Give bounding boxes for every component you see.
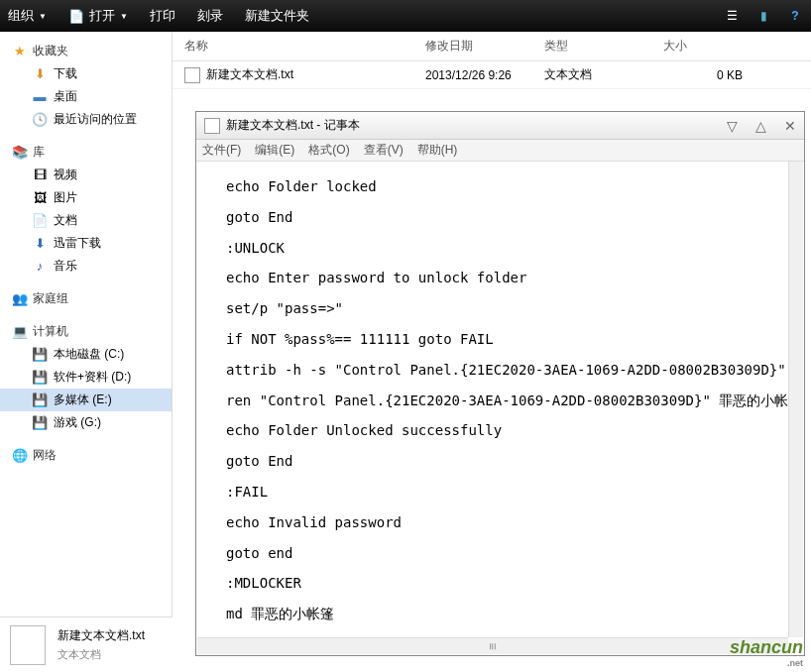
libraries-header[interactable]: 📚 库: [0, 141, 172, 164]
vertical-scrollbar[interactable]: [788, 162, 803, 637]
navigation-sidebar: ★ 收藏夹 ⬇ 下载 ▬ 桌面 🕓 最近访问的位置 📚 库 🎞: [0, 32, 173, 672]
xunlei-icon: ⬇: [32, 236, 48, 252]
file-name: 新建文本文档.txt: [206, 66, 293, 83]
download-icon: ⬇: [32, 66, 48, 82]
sidebar-item-pictures[interactable]: 🖼 图片: [0, 186, 172, 209]
menu-file[interactable]: 文件(F): [202, 142, 241, 159]
code-line: :FAIL: [226, 477, 784, 507]
menu-view[interactable]: 查看(V): [364, 142, 404, 159]
code-line: attrib -h -s "Control Panel.{21EC2020-3A…: [226, 355, 784, 386]
picture-icon: 🖼: [32, 190, 48, 206]
selected-file-name: 新建文本文档.txt: [58, 627, 145, 644]
column-headers: 名称 修改日期 类型 大小: [173, 32, 811, 61]
sidebar-item-drive-d[interactable]: 💾 软件+资料 (D:): [0, 366, 172, 389]
maximize-button[interactable]: △: [755, 118, 766, 134]
file-size: 0 KB: [663, 68, 762, 82]
code-line: set/p "pass=>": [226, 293, 784, 324]
code-line: echo Enter password to unlock folder: [226, 263, 784, 293]
sidebar-item-downloads[interactable]: ⬇ 下载: [0, 62, 172, 85]
help-icon[interactable]: ?: [787, 8, 803, 24]
preview-pane-icon[interactable]: ▮: [755, 8, 771, 24]
code-line: echo Folder locked: [226, 171, 784, 202]
network-header[interactable]: 🌐 网络: [0, 444, 172, 467]
homegroup-icon: 👥: [12, 291, 28, 307]
code-line: goto End: [226, 446, 784, 477]
favorites-header[interactable]: ★ 收藏夹: [0, 40, 172, 62]
watermark: shancun.net: [730, 637, 803, 668]
menu-edit[interactable]: 编辑(E): [255, 142, 294, 159]
chevron-down-icon: ▼: [120, 12, 128, 21]
music-icon: ♪: [32, 259, 48, 275]
open-button[interactable]: 📄 打开▼: [68, 7, 128, 25]
text-file-icon: [184, 67, 200, 83]
sidebar-item-videos[interactable]: 🎞 视频: [0, 164, 172, 186]
notepad-title: 新建文本文档.txt - 记事本: [226, 117, 360, 134]
explorer-toolbar: 组织▼ 📄 打开▼ 打印 刻录 新建文件夹 ☰ ▮ ?: [0, 0, 811, 32]
chevron-down-icon: ▼: [39, 12, 47, 21]
organize-button[interactable]: 组织▼: [8, 7, 47, 25]
notepad-app-icon: [204, 118, 220, 134]
sidebar-item-drive-e[interactable]: 💾 多媒体 (E:): [0, 389, 172, 411]
notepad-titlebar[interactable]: 新建文本文档.txt - 记事本 ▽ △ ✕: [196, 112, 804, 140]
drive-icon: 💾: [32, 347, 48, 363]
close-button[interactable]: ✕: [784, 118, 796, 134]
notepad-menubar: 文件(F) 编辑(E) 格式(O) 查看(V) 帮助(H): [196, 140, 804, 162]
code-line: :UNLOCK: [226, 233, 784, 264]
file-row[interactable]: 新建文本文档.txt 2013/12/26 9:26 文本文档 0 KB: [173, 61, 811, 89]
star-icon: ★: [12, 44, 28, 59]
drive-icon: 💾: [32, 415, 48, 431]
new-folder-button[interactable]: 新建文件夹: [245, 7, 309, 25]
sidebar-item-recent[interactable]: 🕓 最近访问的位置: [0, 108, 172, 131]
column-date[interactable]: 修改日期: [425, 38, 544, 55]
drive-icon: 💾: [32, 392, 48, 408]
code-line: if NOT %pass%== 111111 goto FAIL: [226, 324, 784, 355]
code-line: echo Invalid password: [226, 507, 784, 538]
network-icon: 🌐: [12, 448, 28, 464]
file-date: 2013/12/26 9:26: [425, 68, 544, 82]
horizontal-scrollbar[interactable]: [197, 637, 788, 654]
notepad-icon: 📄: [68, 8, 84, 24]
code-line: goto End: [226, 202, 784, 233]
file-type: 文本文档: [544, 66, 663, 83]
file-thumbnail-icon: [10, 625, 46, 665]
menu-help[interactable]: 帮助(H): [417, 142, 458, 159]
menu-format[interactable]: 格式(O): [308, 142, 349, 159]
notepad-text-area[interactable]: echo Folder locked goto End :UNLOCK echo…: [196, 162, 804, 655]
notepad-window: 新建文本文档.txt - 记事本 ▽ △ ✕ 文件(F) 编辑(E) 格式(O)…: [195, 111, 805, 656]
code-line: echo Folder Unlocked successfully: [226, 415, 784, 446]
sidebar-item-desktop[interactable]: ▬ 桌面: [0, 85, 172, 108]
recent-icon: 🕓: [32, 112, 48, 128]
code-line: goto end: [226, 538, 784, 569]
computer-header[interactable]: 💻 计算机: [0, 320, 172, 343]
column-size[interactable]: 大小: [663, 38, 762, 55]
column-type[interactable]: 类型: [544, 38, 663, 55]
selected-file-type: 文本文档: [58, 647, 145, 662]
document-icon: 📄: [32, 213, 48, 229]
library-icon: 📚: [12, 145, 28, 161]
sidebar-item-music[interactable]: ♪ 音乐: [0, 255, 172, 278]
sidebar-item-drive-c[interactable]: 💾 本地磁盘 (C:): [0, 343, 172, 366]
homegroup-header[interactable]: 👥 家庭组: [0, 287, 172, 310]
sidebar-item-drive-g[interactable]: 💾 游戏 (G:): [0, 411, 172, 434]
code-line: ren "Control Panel.{21EC2020-3AEA-1069-A…: [226, 386, 784, 416]
details-pane: 新建文本文档.txt 文本文档: [0, 616, 173, 672]
computer-icon: 💻: [12, 324, 28, 340]
drive-icon: 💾: [32, 370, 48, 386]
print-button[interactable]: 打印: [150, 7, 175, 25]
view-options-icon[interactable]: ☰: [724, 8, 740, 24]
desktop-icon: ▬: [32, 89, 48, 105]
sidebar-item-xunlei[interactable]: ⬇ 迅雷下载: [0, 232, 172, 255]
minimize-button[interactable]: ▽: [727, 118, 738, 134]
sidebar-item-documents[interactable]: 📄 文档: [0, 209, 172, 232]
code-line: md 罪恶的小帐篷: [226, 599, 784, 629]
code-line: :MDLOCKER: [226, 568, 784, 599]
column-name[interactable]: 名称: [173, 38, 425, 55]
video-icon: 🎞: [32, 168, 48, 183]
burn-button[interactable]: 刻录: [197, 7, 223, 25]
